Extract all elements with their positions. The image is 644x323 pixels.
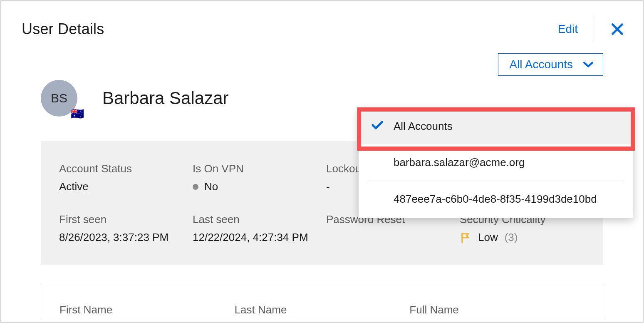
field-value: Active (59, 180, 184, 193)
close-button[interactable] (610, 22, 625, 37)
close-icon (610, 22, 624, 36)
header-divider (594, 16, 594, 42)
status-dot-icon (193, 184, 198, 190)
page-title: User Details (22, 20, 104, 38)
edit-button[interactable]: Edit (558, 22, 578, 36)
vpn-value-text: No (204, 180, 218, 193)
last-name-label: Last Name (235, 303, 410, 317)
user-full-name: Barbara Salazar (102, 88, 229, 108)
dropdown-item-all-accounts[interactable]: All Accounts (359, 108, 633, 144)
field-first-seen: First seen 8/26/2023, 3:37:23 PM (59, 213, 184, 244)
field-value: No (193, 180, 318, 193)
dropdown-item-label: 487eee7a-c6b0-4de8-8f35-4199d3de10bd (394, 193, 597, 205)
field-label: Account Status (59, 162, 184, 175)
accounts-dropdown-menu: All Accounts barbara.salazar@acme.org 48… (359, 108, 633, 218)
user-details-panel: User Details Edit All Accounts BS 🇦🇺 Bar… (0, 0, 644, 323)
flag-icon (460, 232, 471, 243)
avatar-initials: BS (51, 91, 67, 105)
country-flag-icon: 🇦🇺 (71, 108, 84, 119)
panel-header: User Details Edit (1, 1, 643, 55)
first-name-label: First Name (59, 303, 235, 317)
security-level: Low (478, 231, 498, 244)
field-last-seen: Last seen 12/22/2024, 4:27:34 PM (193, 213, 318, 244)
dropdown-item-email[interactable]: barbara.salazar@acme.org (359, 144, 633, 181)
field-account-status: Account Status Active (59, 162, 184, 193)
dropdown-item-guid[interactable]: 487eee7a-c6b0-4de8-8f35-4199d3de10bd (359, 181, 633, 217)
chevron-down-icon (583, 61, 594, 68)
name-fields-card: First Name Last Name Full Name (41, 284, 603, 317)
field-label: Is On VPN (193, 162, 318, 175)
header-actions: Edit (558, 16, 625, 42)
avatar-wrap: BS 🇦🇺 (41, 80, 77, 117)
field-value: 8/26/2023, 3:37:23 PM (59, 231, 184, 244)
field-label: First seen (59, 213, 184, 226)
accounts-dropdown-label: All Accounts (509, 58, 573, 71)
dropdown-item-label: barbara.salazar@acme.org (394, 156, 525, 169)
security-count: (3) (505, 231, 518, 244)
field-is-on-vpn: Is On VPN No (193, 162, 318, 193)
accounts-dropdown-button[interactable]: All Accounts (498, 53, 603, 76)
full-name-label: Full Name (409, 303, 585, 317)
field-value: Low (3) (460, 231, 585, 244)
field-label: Last seen (193, 213, 318, 226)
dropdown-item-label: All Accounts (394, 120, 453, 132)
field-value: 12/22/2024, 4:27:34 PM (193, 231, 318, 244)
check-icon (371, 120, 384, 133)
